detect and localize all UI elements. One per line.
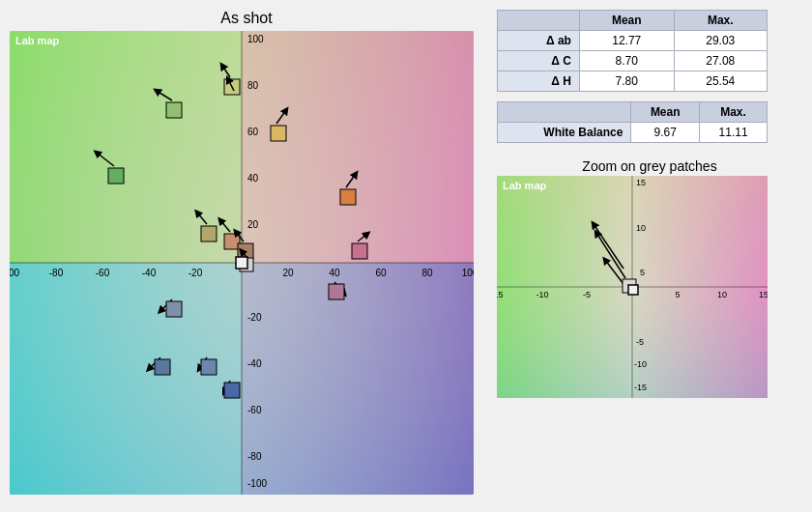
svg-rect-61 bbox=[224, 383, 240, 398]
stats-table-2: Mean Max. White Balance 9.67 11.11 bbox=[497, 101, 768, 143]
table1-row: Δ C 8.70 27.08 bbox=[498, 51, 768, 71]
svg-rect-33 bbox=[166, 102, 182, 118]
svg-line-50 bbox=[358, 234, 367, 242]
col-header-max-2: Max. bbox=[700, 102, 768, 123]
svg-rect-55 bbox=[166, 301, 182, 317]
stats-table-1: Mean Max. Δ ab 12.77 29.03 Δ C 8.70 27.0… bbox=[497, 10, 768, 92]
table1-row: Δ H 7.80 25.54 bbox=[498, 71, 768, 92]
row-max: 11.11 bbox=[700, 123, 768, 143]
svg-rect-49 bbox=[236, 257, 247, 269]
svg-text:40: 40 bbox=[329, 268, 340, 278]
svg-text:20: 20 bbox=[282, 268, 294, 278]
right-panel: Mean Max. Δ ab 12.77 29.03 Δ C 8.70 27.0… bbox=[483, 10, 802, 398]
svg-line-32 bbox=[157, 91, 172, 100]
svg-line-36 bbox=[276, 110, 286, 124]
svg-rect-37 bbox=[271, 126, 286, 141]
svg-text:-10: -10 bbox=[634, 359, 647, 369]
zoom-map-label: Lab map bbox=[503, 180, 546, 191]
row-max: 25.54 bbox=[674, 71, 767, 92]
svg-rect-51 bbox=[352, 243, 367, 259]
chart-title: As shot bbox=[10, 10, 483, 27]
left-panel: As shot bbox=[10, 10, 483, 495]
svg-text:5: 5 bbox=[675, 290, 680, 299]
svg-text:-20: -20 bbox=[247, 312, 262, 323]
row-label: Δ H bbox=[498, 71, 580, 92]
svg-text:100: 100 bbox=[462, 268, 474, 278]
table1-row: Δ ab 12.77 29.03 bbox=[498, 31, 768, 51]
svg-text:10: 10 bbox=[636, 223, 646, 233]
col-header-mean-1: Mean bbox=[579, 11, 674, 31]
svg-text:-60: -60 bbox=[96, 268, 110, 278]
svg-rect-59 bbox=[201, 359, 217, 375]
svg-text:-5: -5 bbox=[636, 337, 644, 347]
zoom-svg: -15 -10 -5 5 10 15 15 10 5 -5 -10 -15 bbox=[497, 176, 768, 398]
svg-text:-20: -20 bbox=[188, 268, 203, 278]
svg-text:80: 80 bbox=[421, 268, 433, 278]
svg-text:-40: -40 bbox=[247, 358, 262, 369]
zoom-section: Zoom on grey patches bbox=[497, 153, 802, 398]
svg-rect-39 bbox=[340, 189, 356, 205]
svg-text:-5: -5 bbox=[583, 290, 591, 299]
svg-text:-40: -40 bbox=[142, 268, 157, 278]
svg-line-79 bbox=[596, 233, 625, 278]
svg-text:-100: -100 bbox=[247, 478, 267, 489]
zoom-title: Zoom on grey patches bbox=[497, 158, 802, 174]
row-mean: 7.80 bbox=[579, 71, 674, 92]
row-label: White Balance bbox=[498, 123, 631, 143]
svg-rect-82 bbox=[628, 285, 638, 295]
table2-row: White Balance 9.67 11.11 bbox=[498, 123, 768, 143]
row-label: Δ ab bbox=[498, 31, 580, 51]
col-header-empty-2 bbox=[498, 102, 631, 123]
row-label: Δ C bbox=[498, 51, 580, 71]
row-max: 27.08 bbox=[674, 51, 767, 71]
chart-svg: -100 -80 -60 -40 -20 20 40 60 80 100 100… bbox=[10, 31, 474, 495]
svg-line-38 bbox=[346, 174, 356, 187]
col-header-mean-2: Mean bbox=[631, 102, 700, 123]
row-mean: 12.77 bbox=[579, 31, 674, 51]
lab-map-label: Lab map bbox=[15, 35, 59, 46]
svg-text:60: 60 bbox=[247, 127, 259, 137]
svg-text:-10: -10 bbox=[536, 290, 548, 299]
row-max: 29.03 bbox=[674, 31, 767, 51]
svg-line-41 bbox=[197, 213, 207, 224]
svg-text:5: 5 bbox=[640, 268, 645, 277]
svg-text:10: 10 bbox=[717, 290, 727, 299]
svg-text:-15: -15 bbox=[634, 383, 647, 392]
svg-text:-15: -15 bbox=[497, 290, 504, 299]
svg-text:20: 20 bbox=[247, 219, 259, 230]
svg-line-34 bbox=[97, 153, 114, 166]
svg-text:15: 15 bbox=[636, 178, 646, 187]
svg-line-78 bbox=[594, 224, 624, 269]
svg-rect-42 bbox=[201, 226, 217, 242]
svg-text:-100: -100 bbox=[10, 268, 19, 278]
svg-text:40: 40 bbox=[247, 173, 259, 184]
svg-text:-60: -60 bbox=[247, 405, 262, 415]
svg-rect-35 bbox=[108, 168, 124, 184]
svg-text:-80: -80 bbox=[49, 268, 64, 278]
zoom-map-container: Lab map -15 -10 -5 5 10 15 15 10 5 -5 -1… bbox=[497, 176, 768, 398]
svg-rect-57 bbox=[155, 359, 170, 375]
svg-text:15: 15 bbox=[759, 290, 768, 299]
svg-rect-53 bbox=[329, 284, 344, 299]
svg-text:60: 60 bbox=[375, 268, 387, 278]
svg-line-30 bbox=[222, 66, 230, 77]
lab-map-container: Lab map -100 -80 -60 -40 -20 20 40 60 80… bbox=[10, 31, 474, 495]
svg-text:80: 80 bbox=[247, 80, 259, 91]
svg-text:-80: -80 bbox=[247, 451, 262, 462]
svg-text:100: 100 bbox=[247, 34, 264, 44]
svg-line-43 bbox=[220, 220, 230, 232]
col-header-max-1: Max. bbox=[674, 11, 767, 31]
col-header-empty-1 bbox=[498, 11, 580, 31]
row-mean: 8.70 bbox=[579, 51, 674, 71]
row-mean: 9.67 bbox=[631, 123, 700, 143]
